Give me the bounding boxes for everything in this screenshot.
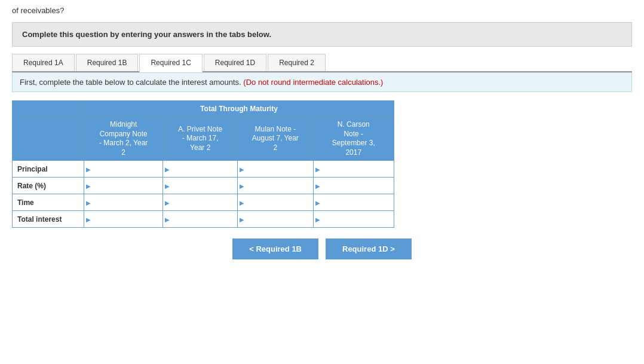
notice-red-text: (Do not round intermediate calculations.… bbox=[243, 78, 383, 87]
interest-table: Total Through Maturity MidnightCompany N… bbox=[12, 100, 394, 228]
input-r1-c0[interactable] bbox=[88, 181, 159, 191]
input-cell-r0-c2[interactable] bbox=[238, 161, 313, 178]
input-cell-r1-c1[interactable] bbox=[163, 178, 238, 194]
tab-required-1d[interactable]: Required 1D bbox=[204, 54, 266, 71]
table-row: Time bbox=[13, 194, 394, 211]
input-cell-r1-c3[interactable] bbox=[313, 178, 394, 194]
input-r2-c0[interactable] bbox=[88, 197, 159, 208]
tab-required-1a[interactable]: Required 1A bbox=[12, 54, 75, 71]
col-header-privet: A. Privet Note- March 17,Year 2 bbox=[163, 117, 238, 161]
prev-button[interactable]: < Required 1B bbox=[232, 238, 318, 259]
top-text: of receivables? bbox=[12, 6, 632, 15]
row-label-header bbox=[13, 117, 84, 161]
input-r3-c1[interactable] bbox=[167, 214, 234, 225]
table-row: Principal bbox=[13, 161, 394, 178]
instruction-box: Complete this question by entering your … bbox=[12, 22, 632, 47]
empty-header bbox=[13, 101, 84, 117]
total-through-maturity-header: Total Through Maturity bbox=[84, 101, 394, 117]
input-cell-r0-c1[interactable] bbox=[163, 161, 238, 178]
input-r0-c0[interactable] bbox=[88, 164, 159, 175]
row-label-0: Principal bbox=[13, 161, 84, 178]
input-cell-r1-c2[interactable] bbox=[238, 178, 313, 194]
input-cell-r2-c3[interactable] bbox=[313, 194, 394, 211]
table-row: Rate (%) bbox=[13, 178, 394, 194]
input-r2-c1[interactable] bbox=[167, 197, 234, 208]
input-r3-c3[interactable] bbox=[317, 214, 390, 225]
row-label-1: Rate (%) bbox=[13, 178, 84, 194]
tab-required-1b[interactable]: Required 1B bbox=[76, 54, 139, 71]
interest-table-container: Total Through Maturity MidnightCompany N… bbox=[12, 100, 632, 228]
tab-required-1c[interactable]: Required 1C bbox=[139, 54, 202, 72]
input-cell-r2-c0[interactable] bbox=[84, 194, 163, 211]
table-header-top-row: Total Through Maturity bbox=[13, 101, 394, 117]
notice-text: First, complete the table below to calcu… bbox=[20, 78, 241, 87]
tab-required-2[interactable]: Required 2 bbox=[268, 54, 326, 71]
col-header-ncarson: N. CarsonNote -September 3,2017 bbox=[313, 117, 394, 161]
next-button[interactable]: Required 1D > bbox=[326, 238, 412, 259]
table-header-sub-row: MidnightCompany Note- March 2, Year2 A. … bbox=[13, 117, 394, 161]
input-cell-r3-c1[interactable] bbox=[163, 211, 238, 228]
tab-bar: Required 1ARequired 1BRequired 1CRequire… bbox=[12, 54, 632, 72]
input-r0-c3[interactable] bbox=[317, 164, 390, 175]
row-label-2: Time bbox=[13, 194, 84, 211]
input-r1-c1[interactable] bbox=[167, 181, 234, 191]
input-r1-c3[interactable] bbox=[317, 181, 390, 191]
navigation-buttons: < Required 1B Required 1D > bbox=[12, 238, 632, 259]
table-row: Total interest bbox=[13, 211, 394, 228]
input-cell-r0-c3[interactable] bbox=[313, 161, 394, 178]
input-r1-c2[interactable] bbox=[241, 181, 309, 191]
input-cell-r3-c3[interactable] bbox=[313, 211, 394, 228]
input-r0-c2[interactable] bbox=[241, 164, 309, 175]
input-r2-c2[interactable] bbox=[241, 197, 309, 208]
input-cell-r3-c0[interactable] bbox=[84, 211, 163, 228]
input-cell-r2-c1[interactable] bbox=[163, 194, 238, 211]
input-r2-c3[interactable] bbox=[317, 197, 390, 208]
input-r3-c0[interactable] bbox=[88, 214, 159, 225]
notice-bar: First, complete the table below to calcu… bbox=[12, 72, 632, 92]
input-cell-r1-c0[interactable] bbox=[84, 178, 163, 194]
input-cell-r3-c2[interactable] bbox=[238, 211, 313, 228]
row-label-3: Total interest bbox=[13, 211, 84, 228]
input-cell-r2-c2[interactable] bbox=[238, 194, 313, 211]
input-cell-r0-c0[interactable] bbox=[84, 161, 163, 178]
input-r0-c1[interactable] bbox=[167, 164, 234, 175]
col-header-mulan: Mulan Note -August 7, Year2 bbox=[238, 117, 313, 161]
col-header-midnight: MidnightCompany Note- March 2, Year2 bbox=[84, 117, 163, 161]
input-r3-c2[interactable] bbox=[241, 214, 309, 225]
